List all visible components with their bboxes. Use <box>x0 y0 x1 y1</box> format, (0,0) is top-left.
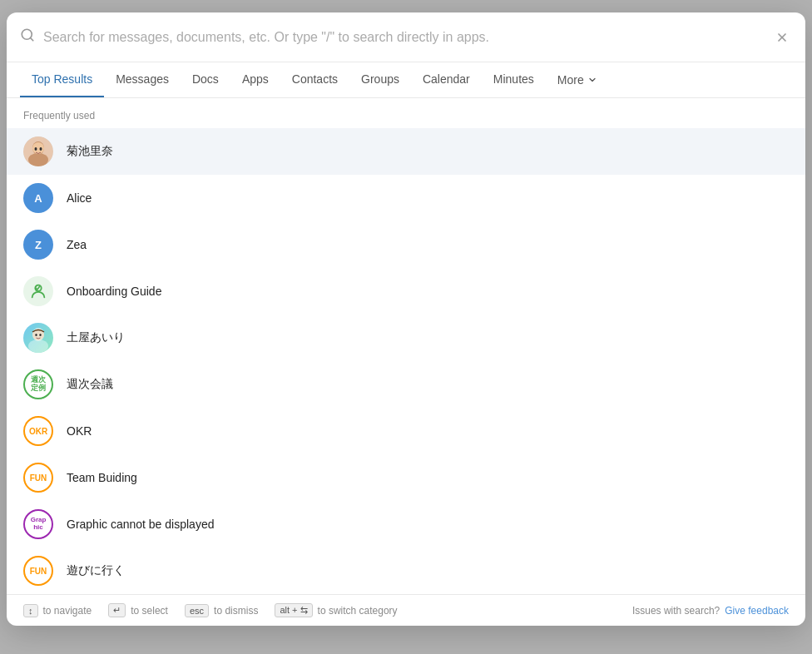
tab-minutes[interactable]: Minutes <box>482 62 546 97</box>
tab-contacts[interactable]: Contacts <box>280 62 349 97</box>
kbd-alt: alt + ⇆ <box>275 603 312 617</box>
navigate-label: to navigate <box>43 605 92 617</box>
list-item[interactable]: Onboarding Guide <box>7 268 805 315</box>
result-name: OKR <box>67 424 92 438</box>
list-item[interactable]: 土屋あいり <box>7 315 805 361</box>
list-item[interactable]: 週次定例 週次会議 <box>7 361 805 408</box>
result-name: 遊びに行く <box>67 563 125 578</box>
result-name: 菊池里奈 <box>67 144 113 159</box>
result-name: Alice <box>67 191 92 205</box>
tabs-bar: Top Results Messages Docs Apps Contacts … <box>7 62 805 98</box>
avatar: FUN <box>23 463 53 493</box>
footer-hints: ↕ to navigate ↵ to select esc to dismiss… <box>23 603 398 617</box>
footer-hint-navigate: ↕ to navigate <box>23 604 92 617</box>
list-item[interactable]: 菊池里奈 <box>7 128 805 175</box>
avatar: Z <box>23 230 53 260</box>
tab-more[interactable]: More <box>546 63 609 97</box>
search-modal: Top Results Messages Docs Apps Contacts … <box>7 12 805 626</box>
kbd-arrows: ↕ <box>23 604 38 617</box>
svg-point-16 <box>39 334 41 336</box>
tab-messages[interactable]: Messages <box>104 62 181 97</box>
list-item[interactable]: FUN 遊びに行く <box>7 547 805 594</box>
list-item[interactable]: FUN Team Buiding <box>7 454 805 501</box>
tab-docs[interactable]: Docs <box>181 62 230 97</box>
select-label: to select <box>131 605 168 617</box>
svg-point-7 <box>32 142 44 154</box>
result-name: Zea <box>67 238 87 251</box>
result-list: 菊池里奈 A Alice Z Zea Onboarding Guide <box>7 128 805 594</box>
avatar <box>23 276 53 306</box>
footer-hint-dismiss: esc to dismiss <box>185 604 258 617</box>
svg-point-13 <box>28 339 48 353</box>
section-label: Frequently used <box>7 98 805 128</box>
tab-top-results[interactable]: Top Results <box>20 62 104 97</box>
issues-label: Issues with search? <box>632 605 720 617</box>
search-input[interactable] <box>43 30 764 45</box>
footer-hint-switch: alt + ⇆ to switch category <box>275 603 397 617</box>
close-button[interactable] <box>772 27 792 47</box>
footer-right: Issues with search? Give feedback <box>632 605 789 617</box>
avatar <box>23 323 53 353</box>
svg-point-6 <box>28 153 48 166</box>
feedback-link[interactable]: Give feedback <box>725 605 789 617</box>
search-header <box>7 12 805 62</box>
avatar: Graphic <box>23 509 53 539</box>
svg-point-9 <box>40 147 42 151</box>
list-item[interactable]: Graphic Graphic cannot be displayed <box>7 501 805 547</box>
avatar: 週次定例 <box>23 369 53 399</box>
dismiss-label: to dismiss <box>214 605 258 617</box>
result-name: 週次会議 <box>67 377 113 392</box>
result-name: 土屋あいり <box>67 330 125 345</box>
svg-line-1 <box>30 37 32 40</box>
list-item[interactable]: OKR OKR <box>7 408 805 454</box>
svg-point-8 <box>35 147 37 151</box>
footer-hint-select: ↵ to select <box>108 603 168 617</box>
result-name: Onboarding Guide <box>67 285 161 298</box>
footer-bar: ↕ to navigate ↵ to select esc to dismiss… <box>7 594 805 626</box>
result-name: Team Buiding <box>67 471 137 484</box>
kbd-enter: ↵ <box>108 603 126 617</box>
list-item[interactable]: Z Zea <box>7 221 805 268</box>
tab-calendar[interactable]: Calendar <box>411 62 482 97</box>
kbd-esc: esc <box>185 604 209 617</box>
avatar <box>23 136 53 166</box>
result-name: Graphic cannot be displayed <box>67 518 214 531</box>
search-icon <box>20 27 35 47</box>
tab-groups[interactable]: Groups <box>349 62 411 97</box>
list-item[interactable]: A Alice <box>7 175 805 221</box>
avatar: OKR <box>23 416 53 446</box>
svg-point-15 <box>35 334 37 336</box>
switch-label: to switch category <box>318 605 398 617</box>
avatar: FUN <box>23 556 53 586</box>
tab-apps[interactable]: Apps <box>230 62 280 97</box>
avatar: A <box>23 183 53 213</box>
